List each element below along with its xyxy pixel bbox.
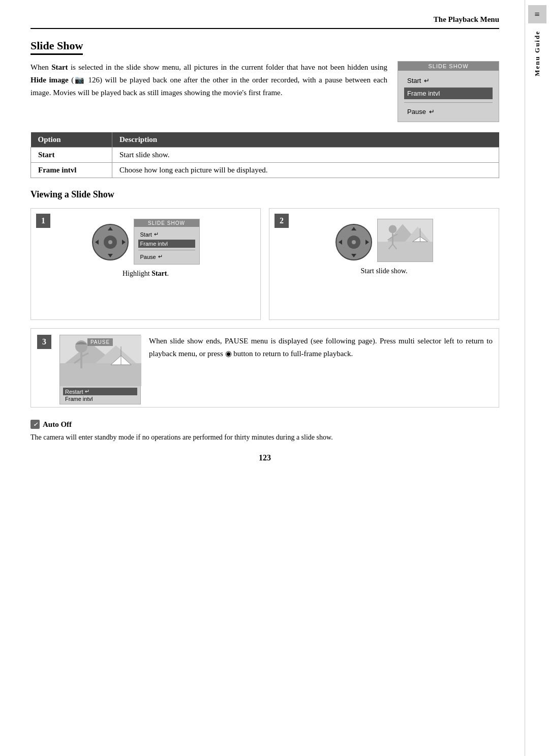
menu-item-frame-label: Frame intvl [407, 90, 440, 97]
table-row: Start Start slide show. [31, 148, 499, 163]
intro-area: When Start is selected in the slide show… [30, 61, 499, 122]
dpad-ring-1 [92, 224, 129, 260]
main-content: The Playback Menu Slide Show When Start … [0, 0, 525, 756]
step3-photo-menu: PAUSE [59, 335, 141, 401]
dpad-center-dot-2 [352, 240, 356, 244]
step-box-2: 2 [269, 208, 499, 320]
sm-divider [138, 250, 195, 250]
pause-label: PAUSE [87, 338, 113, 346]
step1-caption: Highlight Start. [37, 270, 254, 278]
svg-point-6 [388, 225, 396, 234]
bm-frame-label: Frame intvl [65, 396, 93, 402]
dpad-arrow-up-1 [108, 227, 113, 230]
step3-photo: PAUSE [59, 335, 141, 386]
step2-photo [377, 219, 433, 262]
note-title-text: Auto Off [43, 420, 72, 429]
dpad-center-dot-1 [108, 240, 112, 244]
dpad-arrow-down-2 [351, 254, 356, 257]
sm-pause-row: Pause ↵ [138, 252, 195, 261]
right-sidebar: ≡ Menu Guide [525, 0, 549, 756]
tab-icon: ≡ [528, 5, 546, 23]
steps-row-1-2: 1 [30, 208, 499, 320]
menu-body: Start ↵ Frame intvl Pause ↵ [398, 71, 499, 122]
menu-pause-label: Pause [407, 108, 426, 115]
menu-divider [404, 102, 493, 103]
page-header: The Playback Menu [30, 15, 499, 29]
svg-rect-3 [378, 242, 433, 261]
bm-restart-label: Restart [65, 389, 83, 395]
step3-bottom-menu: Restart ↵ Frame intvl [59, 386, 141, 404]
sm-pause-label: Pause [140, 254, 156, 260]
note-title: ✓ Auto Off [30, 420, 499, 429]
dpad-arrow-right-1 [122, 240, 126, 245]
sm-item-start: Start ↵ [138, 230, 195, 239]
step-number-1: 1 [36, 214, 50, 228]
sm-pause-enter: ↵ [158, 253, 163, 260]
dpad-2 [336, 224, 372, 260]
page-number: 123 [30, 453, 499, 462]
sm-start-enter: ↵ [154, 231, 159, 238]
step3-number-wrapper: 3 [37, 335, 51, 349]
desc-start: Start slide show. [112, 148, 499, 163]
dpad-center-1 [104, 236, 117, 249]
option-frame-intvl: Frame intvl [31, 163, 112, 178]
dpad-ring-2 [336, 224, 372, 260]
section-title: Slide Show [30, 39, 83, 55]
main-menu-screenshot: SLIDE SHOW Start ↵ Frame intvl Pause ↵ [398, 61, 499, 122]
table-row: Frame intvl Choose how long each picture… [31, 163, 499, 178]
menu-pause-row: Pause ↵ [404, 106, 493, 118]
dpad-arrow-down-1 [108, 254, 113, 257]
menu-pause-enter: ↵ [429, 108, 435, 115]
sm-start-label: Start [140, 231, 152, 238]
step-box-1: 1 [30, 208, 261, 320]
menu-item-start-label: Start [407, 77, 421, 84]
menu-guide-label: Menu Guide [533, 31, 541, 76]
menu-item-start-enter: ↵ [424, 77, 430, 84]
intro-text: When Start is selected in the slide show… [30, 61, 387, 122]
sm-frame-label: Frame intvl [140, 241, 168, 247]
bm-frame-intvl: Frame intvl [63, 395, 137, 402]
sm-body-1: Start ↵ Frame intvl Pause ↵ [134, 227, 199, 264]
step2-content [276, 219, 493, 262]
menu-title-bar: SLIDE SHOW [398, 62, 499, 71]
header-title: The Playback Menu [434, 15, 499, 23]
dpad-arrow-left-1 [95, 240, 99, 245]
step3-content: PAUSE [59, 335, 141, 401]
step2-caption: Start slide show. [276, 267, 493, 275]
bm-restart-enter: ↵ [85, 388, 89, 395]
sm-item-frame: Frame intvl [138, 240, 195, 248]
note-section: ✓ Auto Off The camera will enter standby… [30, 420, 499, 443]
dpad-center-2 [347, 236, 360, 249]
dpad-arrow-right-2 [365, 240, 369, 245]
options-table: Option Description Start Start slide sho… [30, 132, 499, 178]
step3-row: 3 PAUSE [30, 328, 499, 408]
tab-icon-symbol: ≡ [534, 9, 539, 20]
option-start: Start [31, 148, 112, 163]
scene-svg-2 [378, 219, 433, 262]
step-number-3: 3 [37, 335, 51, 349]
note-icon-symbol: ✓ [33, 421, 38, 428]
dpad-arrow-up-2 [351, 227, 356, 230]
subsection-title: Viewing a Slide Show [30, 189, 499, 200]
page-wrapper: The Playback Menu Slide Show When Start … [0, 0, 549, 756]
sm-title-1: SLIDE SHOW [134, 219, 199, 227]
col-description-header: Description [112, 132, 499, 148]
step1-menu: SLIDE SHOW Start ↵ Frame intvl Pa [134, 219, 200, 265]
step-number-2: 2 [274, 214, 289, 228]
col-option-header: Option [31, 132, 112, 148]
note-text: The camera will enter standby mode if no… [30, 432, 499, 443]
dpad-1 [92, 224, 129, 260]
menu-item-frame-intvl: Frame intvl [404, 88, 493, 99]
bm-restart: Restart ↵ [63, 388, 137, 395]
step1-content: SLIDE SHOW Start ↵ Frame intvl Pa [37, 219, 254, 265]
desc-frame-intvl: Choose how long each picture will be dis… [112, 163, 499, 178]
note-icon: ✓ [30, 420, 40, 429]
step3-text: When slide show ends, PAUSE menu is disp… [149, 335, 493, 360]
menu-item-start: Start ↵ [404, 75, 493, 86]
svg-rect-16 [60, 363, 141, 386]
dpad-arrow-left-2 [339, 240, 342, 245]
